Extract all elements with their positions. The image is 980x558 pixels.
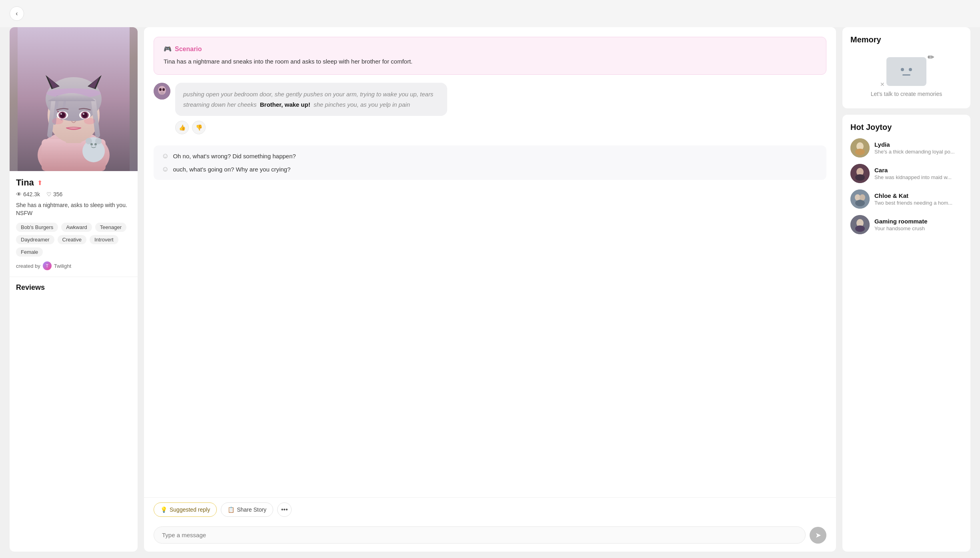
memory-eye-right — [909, 68, 912, 71]
lydia-svg — [850, 138, 870, 157]
svg-point-36 — [855, 149, 865, 155]
tag-awkward[interactable]: Awkward — [61, 223, 92, 232]
joytoy-item-lydia[interactable]: Lydia She's a thick demanding loyal po..… — [850, 138, 962, 157]
reply-text-2: ouch, what's going on? Why are you cryin… — [173, 166, 290, 173]
memory-visual: ✏ ✕ Let's talk to create memories — [850, 51, 962, 100]
memory-caption: Let's talk to create memories — [871, 91, 942, 97]
send-button[interactable]: ➤ — [810, 527, 826, 544]
cara-desc: She was kidnapped into maid w... — [874, 174, 962, 180]
created-label: created by — [16, 263, 40, 269]
joytoy-item-gaming-roommate[interactable]: Gaming roommate Your handsome crush — [850, 215, 962, 234]
joytoy-avatar-cara — [850, 164, 870, 183]
main-layout: Tina ⬆ 👁 642.3k ♡ 356 She has a nightmar… — [0, 27, 980, 558]
chloe-kat-info: Chloe & Kat Two best friends needing a h… — [874, 192, 962, 206]
chat-area: 🎮 Scenario Tina has a nightmare and snea… — [144, 27, 836, 497]
suggested-reply-button[interactable]: 💡 Suggested reply — [154, 502, 217, 517]
chloe-kat-avatar-img — [850, 189, 870, 209]
creator-name[interactable]: Twilight — [54, 263, 71, 269]
svg-point-33 — [162, 88, 165, 91]
tag-teenager[interactable]: Teenager — [95, 223, 126, 232]
char-name: Tina — [16, 177, 34, 188]
like-count-stat: ♡ 356 — [46, 191, 62, 197]
scenario-text: Tina has a nightmare and sneaks into the… — [164, 57, 816, 66]
created-by-row: created by T Twilight — [16, 261, 131, 270]
joytoy-list: Lydia She's a thick demanding loyal po..… — [850, 138, 962, 234]
svg-point-41 — [855, 194, 860, 201]
character-image — [10, 27, 138, 171]
scenario-icon: 🎮 — [164, 45, 172, 53]
cara-avatar-img — [850, 164, 870, 183]
x-icon: ✕ — [880, 81, 885, 88]
view-count-stat: 👁 642.3k — [16, 191, 40, 197]
cara-name: Cara — [874, 167, 962, 173]
svg-point-39 — [855, 174, 865, 181]
joytoy-avatar-chloe-kat — [850, 189, 870, 209]
svg-point-20 — [83, 113, 84, 115]
tag-female[interactable]: Female — [16, 247, 43, 257]
lydia-desc: She's a thick demanding loyal po... — [874, 149, 962, 155]
back-icon: ‹ — [16, 10, 18, 17]
more-options-button[interactable]: ••• — [277, 502, 292, 517]
svg-point-19 — [82, 112, 88, 118]
memory-eyes — [901, 68, 912, 71]
creator-avatar: T — [43, 261, 52, 270]
memory-face — [901, 68, 912, 76]
tag-creative[interactable]: Creative — [58, 235, 86, 244]
hot-joytoy-title: Hot Joytoy — [850, 123, 962, 132]
share-icon: 📋 — [228, 506, 234, 513]
joytoy-avatar-lydia — [850, 138, 870, 157]
view-count: 642.3k — [23, 191, 40, 197]
gaming-avatar-img — [850, 215, 870, 234]
like-count: 356 — [53, 191, 62, 197]
share-story-button[interactable]: 📋 Share Story — [221, 502, 273, 517]
chloe-kat-svg — [850, 189, 870, 209]
ai-message-row: pushing open your bedroom door, she gent… — [154, 83, 826, 116]
reply-options: ☺ Oh no, what's wrong? Did something hap… — [154, 145, 826, 180]
cara-info: Cara She was kidnapped into maid w... — [874, 167, 962, 180]
reply-icon-2: ☺ — [162, 165, 169, 173]
ai-avatar — [154, 83, 170, 100]
reply-option-1[interactable]: ☺ Oh no, what's wrong? Did something hap… — [162, 152, 818, 160]
eye-icon: 👁 — [16, 191, 22, 197]
svg-point-28 — [94, 143, 97, 145]
memory-screen — [886, 57, 926, 86]
top-bar: ‹ — [0, 0, 980, 27]
hot-joytoy-card: Hot Joytoy Lydia Sh — [842, 115, 970, 552]
thumbs-down-button[interactable]: 👎 — [192, 121, 206, 134]
memory-mouth — [902, 74, 910, 76]
chloe-kat-name: Chloe & Kat — [874, 192, 962, 199]
scenario-box: 🎮 Scenario Tina has a nightmare and snea… — [154, 37, 826, 75]
joytoy-item-cara[interactable]: Cara She was kidnapped into maid w... — [850, 164, 962, 183]
bulb-icon: 💡 — [160, 506, 167, 513]
tag-bobs-burgers[interactable]: Bob's Burgers — [16, 223, 58, 232]
tag-daydreamer[interactable]: Daydreamer — [16, 235, 54, 244]
ai-avatar-svg — [154, 83, 170, 100]
message-input[interactable] — [154, 526, 806, 544]
joytoy-avatar-gaming-roommate — [850, 215, 870, 234]
tags-row: Bob's Burgers Awkward Teenager Daydreame… — [16, 223, 131, 257]
gaming-roommate-info: Gaming roommate Your handsome crush — [874, 218, 962, 231]
lydia-name: Lydia — [874, 141, 962, 148]
center-panel: 🎮 Scenario Tina has a nightmare and snea… — [144, 27, 836, 552]
thumbs-up-button[interactable]: 👍 — [175, 121, 189, 134]
more-icon: ••• — [281, 506, 288, 513]
gaming-roommate-name: Gaming roommate — [874, 218, 962, 225]
right-panel: Memory ✏ ✕ Let's tal — [842, 27, 970, 552]
heart-icon: ♡ — [46, 191, 52, 197]
svg-point-46 — [855, 225, 865, 232]
tag-introvert[interactable]: Introvert — [90, 235, 118, 244]
suggested-reply-label: Suggested reply — [170, 506, 210, 513]
memory-card: Memory ✏ ✕ Let's tal — [842, 27, 970, 108]
svg-point-15 — [60, 112, 65, 118]
memory-title: Memory — [850, 35, 962, 44]
chat-actions-bar: 💡 Suggested reply 📋 Share Story ••• — [144, 497, 836, 522]
joytoy-item-chloe-kat[interactable]: Chloe & Kat Two best friends needing a h… — [850, 189, 962, 209]
left-panel: Tina ⬆ 👁 642.3k ♡ 356 She has a nightmar… — [10, 27, 138, 552]
reply-option-2[interactable]: ☺ ouch, what's going on? Why are you cry… — [162, 165, 818, 173]
scenario-label: Scenario — [175, 46, 202, 53]
chloe-kat-desc: Two best friends needing a hom... — [874, 200, 962, 206]
svg-point-16 — [60, 113, 62, 115]
back-button[interactable]: ‹ — [10, 6, 24, 21]
gaming-svg — [850, 215, 870, 234]
lydia-info: Lydia She's a thick demanding loyal po..… — [874, 141, 962, 155]
